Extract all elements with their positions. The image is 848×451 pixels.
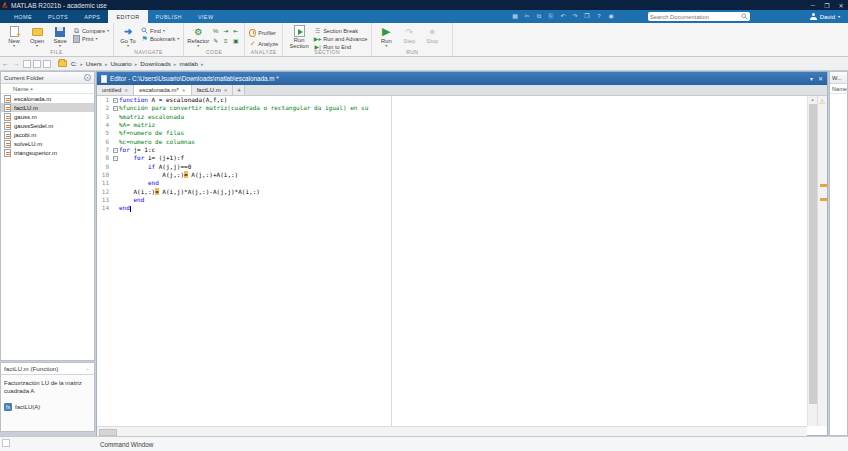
save-icon[interactable]: ▦ — [510, 12, 520, 21]
code-line[interactable]: 11 end — [97, 179, 827, 187]
community-icon[interactable]: ◉ — [606, 12, 616, 21]
breadcrumb-item[interactable]: Usuario — [110, 60, 131, 67]
warning-mark[interactable] — [820, 184, 827, 187]
search-icon[interactable] — [741, 13, 748, 20]
paste-icon[interactable]: ⎘ — [546, 12, 556, 21]
close-button[interactable]: ✕ — [834, 2, 848, 9]
run-button[interactable]: ▶ Run▾ — [376, 25, 396, 48]
analyze-button[interactable]: ✓ Analyze — [249, 40, 278, 47]
undo-icon[interactable]: ↶ — [558, 12, 568, 21]
code-area[interactable]: 1−function A = escalonada(A,f,c)2−%funci… — [97, 96, 827, 426]
run-section-button[interactable]: Run Section — [287, 25, 311, 48]
code-tool-icon[interactable]: ⇥ — [221, 27, 230, 36]
file-item[interactable]: gaussSeidel.m — [1, 121, 94, 130]
switch-windows-icon[interactable]: ❐ — [582, 12, 592, 21]
refactor-button[interactable]: ⚙ Refactor▾ — [188, 25, 208, 48]
maximize-button[interactable]: ❐ — [820, 2, 834, 9]
folder-up-icon[interactable] — [43, 60, 51, 68]
toolstrip-tab-plots[interactable]: PLOTS — [40, 10, 76, 23]
code-tool-icon[interactable]: % — [211, 27, 220, 36]
code-tool-icon[interactable]: ⇤ — [231, 27, 240, 36]
find-button[interactable]: Find▾ — [141, 27, 179, 34]
editor-tab[interactable]: untitled✕ — [97, 85, 134, 95]
goto-button[interactable]: ➜ Go To▾ — [118, 25, 138, 48]
breadcrumb-item[interactable]: Downloads — [140, 60, 171, 67]
file-item[interactable]: factLU.m — [1, 103, 94, 112]
print-button[interactable]: Print▾ — [73, 35, 109, 42]
search-input[interactable] — [650, 14, 741, 20]
file-item[interactable]: triangsuperior.m — [1, 148, 94, 157]
forward-button[interactable]: → — [13, 60, 20, 67]
breadcrumb-item[interactable]: C: — [71, 60, 77, 67]
folder-view-icon[interactable] — [33, 60, 41, 68]
code-tool-icon[interactable]: ≡ — [221, 37, 230, 46]
code-line[interactable]: 6%c=numero de columnas — [97, 138, 827, 146]
browse-for-folder-icon[interactable] — [23, 60, 31, 68]
profiler-button[interactable]: Profiler — [249, 29, 278, 36]
code-line[interactable]: 14end — [97, 204, 827, 212]
editor-close-icon[interactable]: ✕ — [818, 75, 823, 82]
scroll-up-icon[interactable]: ▲ — [808, 97, 817, 102]
file-item[interactable]: escalonada.m — [1, 94, 94, 103]
vertical-scrollbar[interactable]: ▲ — [807, 96, 817, 426]
back-button[interactable]: ← — [2, 60, 9, 67]
save-button[interactable]: Save▾ — [50, 25, 70, 48]
message-indicator-bar[interactable]: ⚠ — [817, 96, 827, 426]
fold-collapse-icon[interactable]: − — [113, 106, 118, 111]
editor-title-bar[interactable]: Editor - C:\Users\Usuario\Downloads\matl… — [97, 72, 827, 85]
code-line[interactable]: 1−function A = escalonada(A,f,c) — [97, 96, 827, 104]
fold-collapse-icon[interactable]: − — [113, 156, 118, 161]
new-tab-button[interactable]: + — [233, 85, 245, 95]
code-line[interactable]: 2−%función para convertir matriz(cuadrad… — [97, 104, 827, 112]
code-line[interactable]: 12 A(i,:)= A(i,j)*A(j,:)-A(j,j)*A(i,:) — [97, 188, 827, 196]
breadcrumb-item[interactable]: Users — [86, 60, 102, 67]
step-button[interactable]: ↷ Step — [399, 25, 419, 48]
copy-icon[interactable]: ⧉ — [534, 12, 544, 21]
bookmark-button[interactable]: ⚑ Bookmark▾ — [141, 35, 179, 42]
toolstrip-tab-apps[interactable]: APPS — [76, 10, 108, 23]
details-collapse-icon[interactable]: ⌄ — [84, 365, 91, 372]
h-scrollbar-thumb[interactable] — [99, 429, 117, 436]
compare-button[interactable]: ⧉ Compare▾ — [73, 27, 109, 34]
toolstrip-tab-view[interactable]: VIEW — [190, 10, 222, 23]
file-item[interactable]: gauss.m — [1, 112, 94, 121]
scrollbar-thumb[interactable] — [809, 104, 817, 404]
toolstrip-tab-home[interactable]: HOME — [6, 10, 40, 23]
run-and-advance-button[interactable]: ▶▸ Run and Advance — [314, 35, 367, 42]
new-button[interactable]: + New▾ — [4, 25, 24, 48]
code-line[interactable]: 7−for j= 1:c — [97, 146, 827, 154]
editor-tab[interactable]: factLU.m✕ — [192, 85, 234, 95]
fold-collapse-icon[interactable]: − — [113, 98, 118, 103]
minimize-button[interactable]: ─ — [806, 2, 820, 9]
search-box[interactable] — [648, 12, 750, 21]
tab-close-icon[interactable]: ✕ — [224, 88, 228, 93]
editor-menu-icon[interactable]: ▾ — [810, 75, 813, 82]
redo-icon[interactable]: ↷ — [570, 12, 580, 21]
code-tool-icon[interactable]: ▣ — [231, 37, 240, 46]
file-item[interactable]: solveLU.m — [1, 139, 94, 148]
code-line[interactable]: 4%A= matriz — [97, 121, 827, 129]
tab-close-icon[interactable]: ✕ — [182, 88, 186, 93]
breadcrumb-item[interactable]: matlab — [179, 60, 198, 67]
help-icon[interactable]: ? — [594, 12, 604, 21]
fold-collapse-icon[interactable]: − — [113, 148, 118, 153]
tab-close-icon[interactable]: ✕ — [124, 88, 128, 93]
code-line[interactable]: 13 end — [97, 196, 827, 204]
warning-mark[interactable] — [820, 198, 827, 201]
panel-menu-icon[interactable]: ▾ — [84, 74, 91, 81]
code-line[interactable]: 9 if A(j,j)==0 — [97, 163, 827, 171]
code-line[interactable]: 3%matriz escalonada — [97, 113, 827, 121]
section-break-button[interactable]: ☰ Section Break — [314, 27, 367, 34]
stop-button[interactable]: ■ Stop — [422, 25, 442, 48]
code-tool-icon[interactable]: ✎ — [211, 37, 220, 46]
toolstrip-tab-editor[interactable]: EDITOR — [108, 10, 147, 23]
cut-icon[interactable]: ✂ — [522, 12, 532, 21]
toolstrip-tab-publish[interactable]: PUBLISH — [148, 10, 190, 23]
open-button[interactable]: Open▾ — [27, 25, 47, 48]
warning-icon[interactable]: ⚠ — [819, 98, 825, 106]
command-window-bar[interactable]: Command Window — [0, 436, 848, 451]
user-menu[interactable]: David ▾ — [810, 11, 840, 22]
code-line[interactable]: 8− for i= (j+1):f — [97, 154, 827, 162]
code-line[interactable]: 10 A(j,:)= A(j,:)+A(i,:) — [97, 171, 827, 179]
name-column-header[interactable]: Name ▴ — [1, 84, 94, 94]
